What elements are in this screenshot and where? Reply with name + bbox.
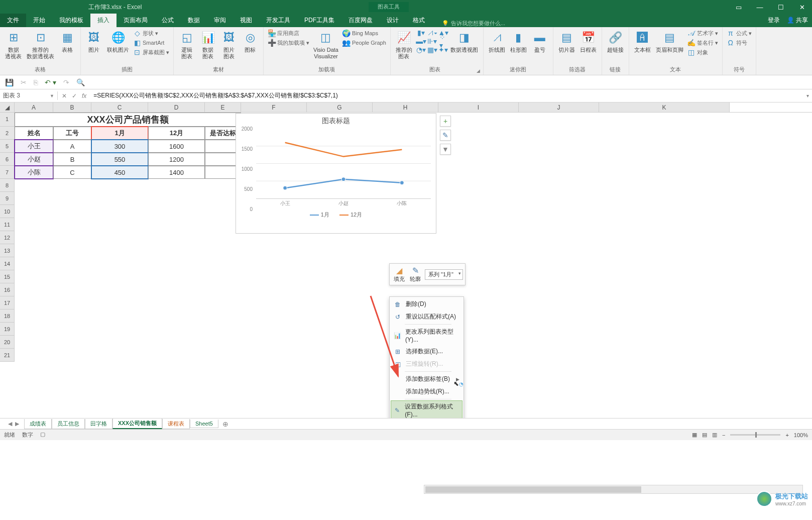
col-header-A[interactable]: A [15, 102, 53, 112]
fx-icon[interactable]: fx [82, 92, 86, 99]
cell-jan[interactable]: 450 [91, 166, 148, 179]
tab-design[interactable]: 设计 [380, 14, 406, 27]
charts-dialog-launcher[interactable]: ◢ [477, 68, 480, 73]
ribbon-options-icon[interactable]: ▭ [731, 2, 747, 13]
grid[interactable]: ◢ A B C D E F G H I J K 1 XXX公司产品销售额 2 姓… [0, 102, 812, 418]
row-header[interactable]: 14 [0, 257, 15, 270]
tell-me[interactable]: 💡告诉我您想要做什么... [442, 20, 505, 27]
col-header-B[interactable]: B [53, 102, 91, 112]
chart-styles-button[interactable]: ✎ [440, 130, 451, 141]
object-button[interactable]: ◫对象 [686, 48, 719, 57]
horizontal-scrollbar[interactable] [424, 485, 803, 494]
zoom-slider[interactable] [730, 434, 780, 436]
tab-insert[interactable]: 插入 [90, 14, 117, 27]
row-header[interactable]: 16 [0, 283, 15, 296]
pivotchart-button[interactable]: ◨数据透视图 [448, 29, 480, 54]
row-header[interactable]: 19 [0, 323, 15, 336]
cm-delete[interactable]: 🗑删除(D) [391, 298, 462, 310]
row-header[interactable]: 8 [0, 179, 15, 192]
preview-icon[interactable]: 🔍 [76, 78, 85, 86]
my-addins-button[interactable]: ➕我的加载项 ▾ [267, 38, 310, 47]
chart-plot-area[interactable]: 2000 1500 1000 500 0 [256, 129, 431, 209]
cell-dec[interactable]: 1600 [148, 140, 205, 153]
redo-icon[interactable]: ↷ [63, 78, 69, 86]
pie-chart-icon[interactable]: ◔▾ [417, 46, 425, 54]
header-dec[interactable]: 12月 [148, 127, 205, 140]
login-link[interactable]: 登录 [768, 16, 780, 25]
sparkline-winloss-button[interactable]: ▬盈亏 [530, 29, 550, 54]
embedded-chart[interactable]: 图表标题 2000 1500 1000 500 0 [236, 113, 436, 234]
view-layout-icon[interactable]: ▤ [702, 432, 707, 438]
row-header[interactable]: 21 [0, 349, 15, 362]
col-header-D[interactable]: D [148, 102, 205, 112]
row-header[interactable]: 12 [0, 231, 15, 244]
sheet-tab[interactable]: Sheet5 [190, 420, 218, 428]
tab-pdf[interactable]: PDF工具集 [297, 14, 341, 27]
recommended-pivot-button[interactable]: ⊡推荐的 数据透视表 [25, 29, 56, 61]
tab-formulas[interactable]: 公式 [155, 14, 181, 27]
legend-item-dec[interactable]: 12月 [339, 211, 362, 219]
bar-chart-icon[interactable]: ▬▾ [417, 37, 425, 45]
tab-developer[interactable]: 开发工具 [259, 14, 297, 27]
undo-icon[interactable]: ↶ ▾ [45, 78, 56, 86]
view-pagebreak-icon[interactable]: ▥ [712, 432, 717, 438]
select-all-corner[interactable]: ◢ [0, 102, 15, 112]
cm-reset-style[interactable]: ↺重设以匹配样式(A) [391, 310, 462, 323]
screenshot-button[interactable]: ⊡屏幕截图 ▾ [132, 48, 170, 57]
cancel-formula-icon[interactable]: ✕ [62, 92, 67, 99]
maximize-icon[interactable]: ☐ [773, 2, 789, 13]
pivottable-button[interactable]: ⊞数据 透视表 [3, 29, 24, 61]
row-header[interactable]: 11 [0, 218, 15, 231]
legend-item-jan[interactable]: 1月 [310, 211, 329, 219]
row-header[interactable]: 2 [0, 127, 15, 140]
slicer-button[interactable]: ▤切片器 [556, 29, 577, 54]
column-chart-icon[interactable]: ▮▾ [417, 29, 425, 37]
tab-baidu[interactable]: 百度网盘 [341, 14, 380, 27]
pic-chart-button[interactable]: 🖼图片 图表 [219, 29, 239, 61]
row-header[interactable]: 1 [0, 113, 15, 127]
header-footer-button[interactable]: ▤页眉和页脚 [654, 29, 685, 54]
cell-jan[interactable]: 300 [91, 140, 148, 153]
cell-id[interactable]: A [53, 140, 91, 153]
col-header-E[interactable]: E [205, 102, 241, 112]
col-header-F[interactable]: F [241, 102, 307, 112]
scatter-chart-icon[interactable]: ⁘▾ [439, 37, 447, 45]
zoom-level[interactable]: 100% [794, 432, 808, 438]
sheet-tab[interactable]: 田字格 [85, 419, 112, 429]
new-sheet-button[interactable]: ⊕ [218, 420, 233, 428]
chart-title[interactable]: 图表标题 [236, 114, 436, 129]
macro-record-icon[interactable]: ▢ [40, 431, 45, 439]
cell-name[interactable]: 小陈 [15, 166, 53, 179]
chart-filters-button[interactable]: ▼ [440, 144, 451, 155]
view-normal-icon[interactable]: ▦ [692, 432, 697, 438]
cm-add-data-labels[interactable]: 添加数据标签(B)▶ [391, 373, 462, 385]
formula-input[interactable] [90, 92, 803, 99]
chart-elements-button[interactable]: + [440, 116, 451, 127]
line-chart-icon[interactable]: ⩘▾ [428, 29, 436, 37]
col-header-H[interactable]: H [373, 102, 438, 112]
icon-button[interactable]: ◎图标 [240, 29, 260, 54]
cell-id[interactable]: B [53, 153, 91, 166]
logic-chart-button[interactable]: ◱逻辑 图表 [177, 29, 197, 61]
row-header[interactable]: 20 [0, 336, 15, 349]
row-header[interactable]: 7 [0, 166, 15, 179]
cell-name[interactable]: 小赵 [15, 153, 53, 166]
cell-id[interactable]: C [53, 166, 91, 179]
series-dec-line[interactable] [285, 143, 402, 157]
row-header[interactable]: 17 [0, 296, 15, 309]
row-header[interactable]: 5 [0, 140, 15, 153]
textbox-button[interactable]: 🅰文本框 [632, 29, 653, 54]
cm-select-data[interactable]: ⊞选择数据(E)... [391, 345, 462, 358]
table-button[interactable]: ▦表格 [57, 29, 77, 54]
shapes-button[interactable]: ◇形状 ▾ [132, 29, 170, 38]
close-icon[interactable]: ✕ [794, 2, 810, 13]
radar-chart-icon[interactable]: ✦▾ [439, 46, 447, 54]
table-title[interactable]: XXX公司产品销售额 [15, 113, 241, 127]
equation-button[interactable]: π公式 ▾ [726, 29, 753, 38]
tab-file[interactable]: 文件 [0, 14, 26, 27]
sheet-tab[interactable]: 成绩表 [24, 419, 52, 429]
row-header[interactable]: 6 [0, 153, 15, 166]
zoom-out-icon[interactable]: − [722, 432, 725, 438]
smartart-button[interactable]: ◧SmartArt [132, 38, 170, 47]
tab-layout[interactable]: 页面布局 [117, 14, 155, 27]
